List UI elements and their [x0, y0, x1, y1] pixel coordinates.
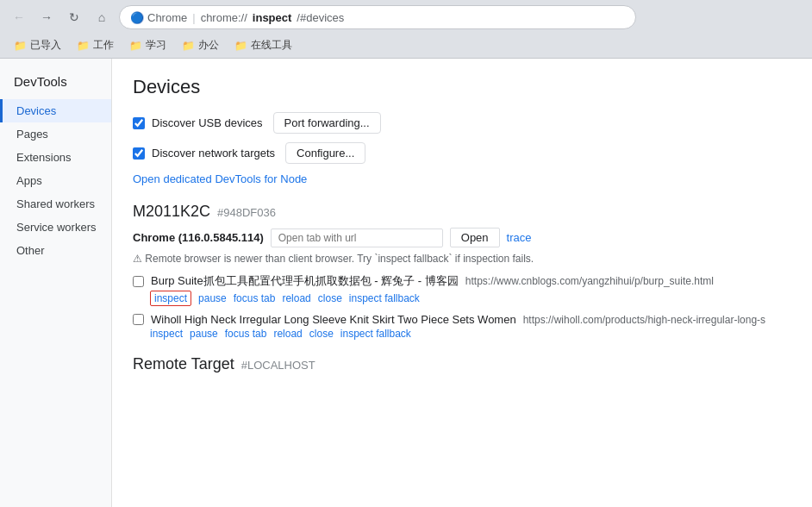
- page-title: Devices: [133, 76, 791, 98]
- discover-usb-text: Discover USB devices: [152, 116, 263, 129]
- discover-network-checkbox[interactable]: [133, 147, 145, 160]
- remote-target-section: Remote Target #LOCALHOST: [133, 355, 791, 373]
- target-pause-link-wiholl[interactable]: pause: [190, 328, 218, 340]
- target-inspect-link-burp[interactable]: inspect: [150, 291, 191, 306]
- device-header: M2011K2C #948DF036: [133, 203, 791, 221]
- sidebar-title: DevTools: [0, 67, 111, 99]
- port-forwarding-button[interactable]: Port forwarding...: [273, 112, 381, 134]
- bookmark-label: 在线工具: [251, 38, 292, 53]
- target-pause-link-burp[interactable]: pause: [198, 292, 227, 304]
- target-item-burp: Burp Suite抓包工具配置代理手机抓取数据包 - 辉兔子 - 博客园 ht…: [133, 273, 791, 306]
- device-hash: #948DF036: [217, 206, 276, 219]
- browser-toolbar: ← → ↻ ⌂ 🔵 Chrome | chrome://inspect/#dev…: [0, 0, 812, 34]
- warning-text: ⚠ Remote browser is newer than client br…: [133, 253, 534, 265]
- target-title-burp: Burp Suite抓包工具配置代理手机抓取数据包 - 辉兔子 - 博客园: [151, 273, 459, 289]
- target-header-wiholl: Wiholl High Neck Irregular Long Sleeve K…: [133, 313, 791, 326]
- sidebar-item-apps[interactable]: Apps: [0, 169, 111, 192]
- folder-icon: 📁: [182, 40, 195, 52]
- target-close-link-wiholl[interactable]: close: [309, 328, 334, 340]
- sidebar: DevTools Devices Pages Extensions Apps S…: [0, 59, 112, 507]
- sidebar-item-service-workers-label: Service workers: [16, 221, 96, 234]
- address-bar[interactable]: 🔵 Chrome | chrome://inspect/#devices: [119, 5, 636, 29]
- remote-target-header: Remote Target #LOCALHOST: [133, 355, 791, 373]
- reload-button[interactable]: ↻: [64, 7, 84, 28]
- remote-target-sub: #LOCALHOST: [241, 359, 315, 372]
- target-inspect-link-wiholl[interactable]: inspect: [150, 328, 183, 340]
- device-id: M2011K2C: [133, 203, 210, 221]
- url-suffix: /#devices: [297, 11, 344, 24]
- main-layout: DevTools Devices Pages Extensions Apps S…: [0, 59, 812, 507]
- discover-network-row: Discover network targets Configure...: [133, 142, 791, 164]
- sidebar-item-devices-label: Devices: [16, 104, 56, 117]
- forward-button[interactable]: →: [36, 7, 57, 28]
- discover-network-text: Discover network targets: [152, 147, 275, 160]
- url-prefix: chrome://: [201, 11, 247, 24]
- target-close-link-burp[interactable]: close: [318, 292, 342, 304]
- trace-link[interactable]: trace: [507, 231, 532, 244]
- dedicated-devtools-link-container: Open dedicated DevTools for Node: [133, 172, 791, 185]
- browser-name-label: Chrome: [147, 11, 187, 24]
- folder-icon: 📁: [129, 40, 142, 52]
- bookmark-label: 工作: [93, 38, 114, 53]
- warning-row: ⚠ Remote browser is newer than client br…: [133, 253, 791, 265]
- folder-icon: 📁: [14, 40, 27, 52]
- device-section: M2011K2C #948DF036 Chrome (116.0.5845.11…: [133, 203, 791, 340]
- sidebar-item-other-label: Other: [16, 244, 45, 257]
- sidebar-item-extensions-label: Extensions: [16, 151, 72, 164]
- open-tab-url-input[interactable]: [271, 228, 443, 247]
- target-url-wiholl: https://wiholl.com/products/high-neck-ir…: [523, 314, 765, 326]
- bookmark-label: 已导入: [30, 38, 61, 53]
- chrome-version-label: Chrome (116.0.5845.114): [133, 231, 264, 244]
- bookmark-office[interactable]: 📁 办公: [175, 36, 226, 54]
- target-url-burp: https://www.cnblogs.com/yangzhihui/p/bur…: [465, 275, 714, 287]
- target-actions-burp: inspect pause focus tab reload close ins…: [133, 291, 791, 306]
- bookmark-label: 办公: [198, 38, 219, 53]
- dedicated-devtools-link[interactable]: Open dedicated DevTools for Node: [133, 172, 307, 185]
- target-item-wiholl: Wiholl High Neck Irregular Long Sleeve K…: [133, 313, 791, 340]
- folder-icon: 📁: [234, 40, 247, 52]
- target-focustab-link-wiholl[interactable]: focus tab: [225, 328, 267, 340]
- folder-icon: 📁: [77, 40, 90, 52]
- target-actions-wiholl: inspect pause focus tab reload close ins…: [133, 328, 791, 340]
- discover-network-label[interactable]: Discover network targets: [133, 147, 275, 160]
- bookmark-work[interactable]: 📁 工作: [70, 36, 121, 54]
- target-checkbox-burp[interactable]: [133, 276, 144, 287]
- remote-target-title: Remote Target: [133, 355, 234, 373]
- favicon: 🔵: [130, 11, 142, 23]
- discover-usb-checkbox[interactable]: [133, 117, 145, 129]
- target-focustab-link-burp[interactable]: focus tab: [234, 292, 276, 304]
- sidebar-item-extensions[interactable]: Extensions: [0, 146, 111, 169]
- bookmark-label: 学习: [146, 38, 166, 53]
- open-tab-button[interactable]: Open: [450, 228, 500, 247]
- target-header-burp: Burp Suite抓包工具配置代理手机抓取数据包 - 辉兔子 - 博客园 ht…: [133, 273, 791, 289]
- target-checkbox-wiholl[interactable]: [133, 314, 144, 325]
- bookmark-study[interactable]: 📁 学习: [122, 36, 173, 54]
- content-area: Devices Discover USB devices Port forwar…: [112, 59, 812, 507]
- bookmark-online-tools[interactable]: 📁 在线工具: [228, 36, 299, 54]
- target-inspectfallback-link-wiholl[interactable]: inspect fallback: [340, 328, 411, 340]
- sidebar-item-pages[interactable]: Pages: [0, 122, 111, 146]
- sidebar-item-service-workers[interactable]: Service workers: [0, 216, 111, 239]
- target-title-wiholl: Wiholl High Neck Irregular Long Sleeve K…: [151, 313, 516, 326]
- sidebar-item-shared-workers[interactable]: Shared workers: [0, 192, 111, 216]
- chrome-version-row: Chrome (116.0.5845.114) Open trace: [133, 228, 791, 247]
- sidebar-item-shared-workers-label: Shared workers: [16, 197, 95, 210]
- back-button[interactable]: ←: [9, 7, 29, 28]
- target-inspectfallback-link-burp[interactable]: inspect fallback: [349, 292, 420, 304]
- target-reload-link-burp[interactable]: reload: [282, 292, 310, 304]
- sidebar-item-other[interactable]: Other: [0, 239, 111, 262]
- bookmarks-bar: 📁 已导入 📁 工作 📁 学习 📁 办公 📁 在线工具: [0, 34, 812, 58]
- sidebar-item-devices[interactable]: Devices: [0, 99, 111, 122]
- sidebar-item-apps-label: Apps: [16, 174, 42, 187]
- url-bold: inspect: [253, 11, 292, 24]
- sidebar-item-pages-label: Pages: [16, 128, 48, 141]
- configure-button[interactable]: Configure...: [285, 142, 365, 164]
- bookmark-yiruyin[interactable]: 📁 已导入: [7, 36, 68, 54]
- home-button[interactable]: ⌂: [91, 7, 112, 28]
- browser-chrome: ← → ↻ ⌂ 🔵 Chrome | chrome://inspect/#dev…: [0, 0, 812, 59]
- address-separator: |: [192, 11, 195, 24]
- target-reload-link-wiholl[interactable]: reload: [273, 328, 302, 340]
- discover-usb-row: Discover USB devices Port forwarding...: [133, 112, 791, 134]
- discover-usb-label[interactable]: Discover USB devices: [133, 116, 263, 129]
